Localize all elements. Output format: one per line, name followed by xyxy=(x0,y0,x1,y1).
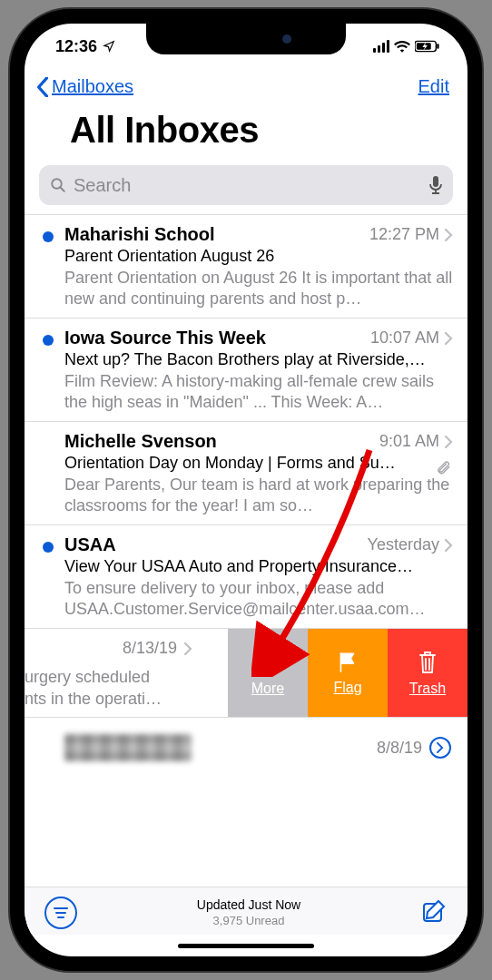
subject: Parent Orientation August 26 xyxy=(64,247,453,266)
svg-point-11 xyxy=(271,661,275,664)
swipe-action-label: Flag xyxy=(333,680,361,696)
clock: 12:36 xyxy=(55,37,97,56)
battery-icon xyxy=(415,40,440,53)
bottom-toolbar: Updated Just Now 3,975 Unread xyxy=(25,887,467,935)
preview: Film Review: A history-making all-female… xyxy=(64,371,453,412)
subject: Orientation Day on Monday | Forms and Su… xyxy=(64,454,453,473)
chevron-right-icon xyxy=(445,436,453,448)
search-placeholder: Search xyxy=(74,175,422,196)
preview: Dear Parents, Our team is hard at work p… xyxy=(64,475,453,515)
svg-rect-2 xyxy=(437,44,438,49)
chevron-right-icon xyxy=(445,539,453,552)
sync-status: Updated Just Now xyxy=(197,897,300,913)
unread-count: 3,975 Unread xyxy=(197,914,300,929)
location-icon xyxy=(103,40,115,53)
subject: Next up? The Bacon Brothers play at Rive… xyxy=(64,350,453,369)
svg-point-10 xyxy=(266,661,270,664)
nav-bar: Mailboxes Edit xyxy=(25,69,467,97)
timestamp: Yesterday xyxy=(368,535,439,554)
sender: Iowa Source This Week xyxy=(64,328,370,348)
cellular-icon xyxy=(373,40,389,53)
timestamp: 9:01 AM xyxy=(379,432,439,451)
timestamp: 8/13/19 xyxy=(123,638,177,659)
edit-button[interactable]: Edit xyxy=(418,76,449,97)
search-field[interactable]: Search xyxy=(39,165,453,205)
more-icon xyxy=(255,650,280,675)
search-icon xyxy=(50,177,66,193)
sender: Michelle Svenson xyxy=(64,431,379,452)
chevron-right-icon xyxy=(445,229,453,241)
compose-button[interactable] xyxy=(420,897,448,928)
sender: USAA xyxy=(64,534,368,555)
timestamp: 10:07 AM xyxy=(370,328,439,348)
filter-icon xyxy=(53,906,69,919)
subject: View Your USAA Auto and Property Insuran… xyxy=(64,557,453,576)
preview: urgery scheduled xyxy=(25,667,219,688)
email-row[interactable]: Iowa Source This Week 10:07 AM Next up? … xyxy=(25,318,467,421)
swipe-action-trash[interactable]: Trash xyxy=(388,629,467,717)
preview: To ensure delivery to your inbox, please… xyxy=(64,578,453,619)
swipe-action-flag[interactable]: Flag xyxy=(308,629,388,717)
svg-point-9 xyxy=(261,661,264,664)
svg-rect-5 xyxy=(433,176,438,187)
chevron-right-icon xyxy=(445,332,453,345)
attachment-icon xyxy=(437,460,451,478)
unread-dot-icon xyxy=(43,542,54,553)
trash-icon xyxy=(417,650,438,675)
svg-line-4 xyxy=(60,187,64,191)
flag-icon xyxy=(336,651,359,674)
timestamp: 8/8/19 xyxy=(377,739,422,758)
sender: Maharishi School xyxy=(64,224,369,245)
redacted-content xyxy=(64,734,192,761)
swipe-action-label: Trash xyxy=(409,681,446,697)
wifi-icon xyxy=(394,40,410,53)
preview: nts in the operati… xyxy=(25,689,219,710)
unread-dot-icon xyxy=(43,335,54,346)
email-row[interactable]: Maharishi School 12:27 PM Parent Orienta… xyxy=(25,214,467,318)
email-list[interactable]: Maharishi School 12:27 PM Parent Orienta… xyxy=(25,214,467,887)
page-title: All Inboxes xyxy=(25,97,467,160)
compose-icon xyxy=(420,897,448,925)
back-label: Mailboxes xyxy=(52,76,133,97)
preview: Parent Orientation on August 26 It is im… xyxy=(64,268,453,309)
disclosure-icon[interactable] xyxy=(429,737,451,759)
filter-button[interactable] xyxy=(44,897,77,929)
email-row-redacted[interactable]: 8/8/19 xyxy=(25,717,467,778)
back-button[interactable]: Mailboxes xyxy=(35,76,133,97)
dictation-icon[interactable] xyxy=(429,176,442,194)
email-row-swiped[interactable]: 8/13/19 urgery scheduled nts in the oper… xyxy=(25,628,467,717)
swipe-action-more[interactable]: More xyxy=(228,629,308,717)
home-indicator[interactable] xyxy=(25,935,467,956)
chevron-left-icon xyxy=(35,77,50,97)
unread-dot-icon xyxy=(43,231,54,242)
email-row[interactable]: USAA Yesterday View Your USAA Auto and P… xyxy=(25,524,467,628)
timestamp: 12:27 PM xyxy=(369,225,439,244)
chevron-right-icon xyxy=(184,642,192,655)
email-row[interactable]: Michelle Svenson 9:01 AM Orientation Day… xyxy=(25,421,467,524)
swipe-action-label: More xyxy=(251,681,284,697)
